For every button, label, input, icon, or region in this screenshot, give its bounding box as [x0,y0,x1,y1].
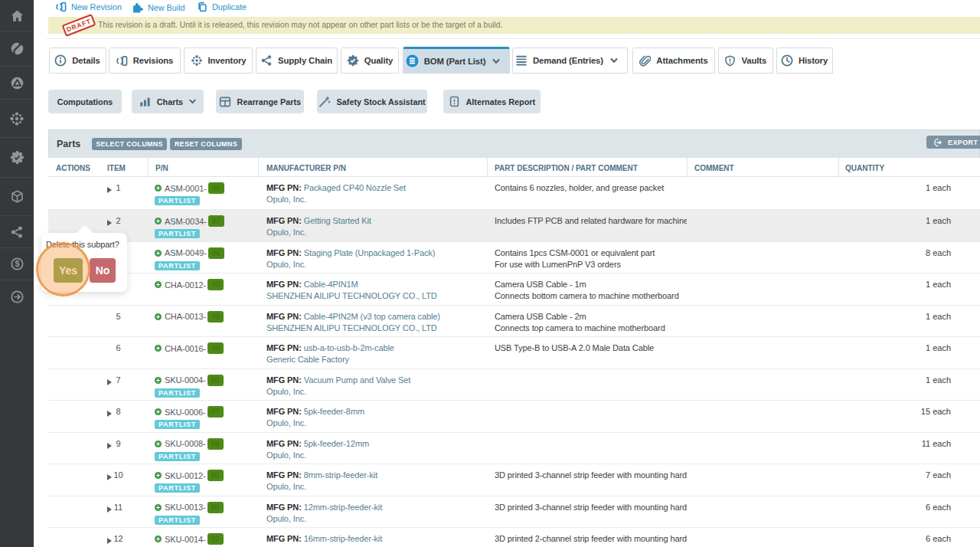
svg-text:$: $ [15,259,19,268]
